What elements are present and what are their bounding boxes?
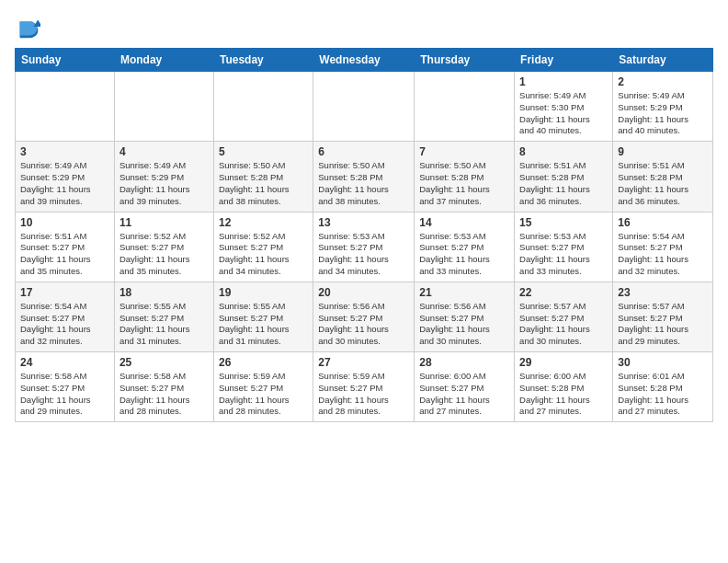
calendar-cell: 20Sunrise: 5:56 AM Sunset: 5:27 PM Dayli…: [313, 282, 415, 351]
calendar-cell: 19Sunrise: 5:55 AM Sunset: 5:27 PM Dayli…: [213, 282, 313, 351]
day-number: 16: [618, 216, 708, 229]
calendar-day-header: Monday: [114, 49, 213, 72]
calendar-cell: 27Sunrise: 5:59 AM Sunset: 5:27 PM Dayli…: [313, 352, 415, 422]
calendar-table: SundayMondayTuesdayWednesdayThursdayFrid…: [15, 48, 713, 422]
calendar-week-row: 10Sunrise: 5:51 AM Sunset: 5:27 PM Dayli…: [16, 212, 713, 282]
calendar-cell: 10Sunrise: 5:51 AM Sunset: 5:27 PM Dayli…: [16, 212, 115, 282]
day-info: Sunrise: 5:56 AM Sunset: 5:27 PM Dayligh…: [419, 301, 509, 348]
day-info: Sunrise: 5:57 AM Sunset: 5:27 PM Dayligh…: [618, 301, 708, 348]
calendar-day-header: Saturday: [613, 49, 713, 72]
calendar-cell: 15Sunrise: 5:53 AM Sunset: 5:27 PM Dayli…: [515, 212, 613, 282]
day-number: 25: [119, 356, 209, 369]
day-number: 21: [419, 286, 509, 299]
calendar-cell: 18Sunrise: 5:55 AM Sunset: 5:27 PM Dayli…: [114, 282, 213, 351]
logo-icon: [15, 15, 40, 40]
calendar-cell: 24Sunrise: 5:58 AM Sunset: 5:27 PM Dayli…: [16, 352, 115, 422]
day-number: 4: [119, 145, 209, 158]
day-info: Sunrise: 5:57 AM Sunset: 5:27 PM Dayligh…: [519, 301, 608, 348]
calendar-cell: 21Sunrise: 5:56 AM Sunset: 5:27 PM Dayli…: [415, 282, 515, 351]
logo: [15, 15, 44, 40]
day-info: Sunrise: 5:50 AM Sunset: 5:28 PM Dayligh…: [419, 160, 509, 207]
day-info: Sunrise: 5:59 AM Sunset: 5:27 PM Dayligh…: [219, 371, 308, 418]
day-info: Sunrise: 5:51 AM Sunset: 5:28 PM Dayligh…: [519, 160, 608, 207]
day-number: 9: [618, 145, 708, 158]
day-info: Sunrise: 5:49 AM Sunset: 5:29 PM Dayligh…: [20, 160, 109, 207]
calendar-cell: 9Sunrise: 5:51 AM Sunset: 5:28 PM Daylig…: [613, 142, 713, 212]
calendar-cell: 13Sunrise: 5:53 AM Sunset: 5:27 PM Dayli…: [313, 212, 415, 282]
day-number: 29: [519, 356, 608, 369]
day-number: 14: [419, 216, 509, 229]
calendar-day-header: Tuesday: [213, 49, 313, 72]
day-number: 2: [618, 75, 708, 88]
calendar-cell: 5Sunrise: 5:50 AM Sunset: 5:28 PM Daylig…: [213, 142, 313, 212]
calendar-cell: 26Sunrise: 5:59 AM Sunset: 5:27 PM Dayli…: [213, 352, 313, 422]
day-info: Sunrise: 5:58 AM Sunset: 5:27 PM Dayligh…: [119, 371, 209, 418]
calendar-cell: 11Sunrise: 5:52 AM Sunset: 5:27 PM Dayli…: [114, 212, 213, 282]
calendar-day-header: Wednesday: [313, 49, 415, 72]
calendar-cell: 25Sunrise: 5:58 AM Sunset: 5:27 PM Dayli…: [114, 352, 213, 422]
day-info: Sunrise: 5:51 AM Sunset: 5:28 PM Dayligh…: [618, 160, 708, 207]
day-info: Sunrise: 5:53 AM Sunset: 5:27 PM Dayligh…: [419, 231, 509, 278]
calendar-cell: [313, 72, 415, 142]
calendar-day-header: Thursday: [415, 49, 515, 72]
calendar-cell: 16Sunrise: 5:54 AM Sunset: 5:27 PM Dayli…: [613, 212, 713, 282]
calendar-week-row: 3Sunrise: 5:49 AM Sunset: 5:29 PM Daylig…: [16, 142, 713, 212]
calendar-cell: [114, 72, 213, 142]
calendar-cell: 6Sunrise: 5:50 AM Sunset: 5:28 PM Daylig…: [313, 142, 415, 212]
day-number: 7: [419, 145, 509, 158]
calendar-cell: 28Sunrise: 6:00 AM Sunset: 5:27 PM Dayli…: [415, 352, 515, 422]
calendar-cell: [16, 72, 115, 142]
day-number: 8: [519, 145, 608, 158]
day-number: 17: [20, 286, 109, 299]
calendar-cell: 7Sunrise: 5:50 AM Sunset: 5:28 PM Daylig…: [415, 142, 515, 212]
day-number: 30: [618, 356, 708, 369]
calendar-day-header: Sunday: [16, 49, 115, 72]
calendar-cell: [415, 72, 515, 142]
calendar-cell: 12Sunrise: 5:52 AM Sunset: 5:27 PM Dayli…: [213, 212, 313, 282]
calendar-week-row: 17Sunrise: 5:54 AM Sunset: 5:27 PM Dayli…: [16, 282, 713, 351]
day-number: 28: [419, 356, 509, 369]
day-info: Sunrise: 5:50 AM Sunset: 5:28 PM Dayligh…: [318, 160, 409, 207]
day-number: 1: [519, 75, 608, 88]
day-info: Sunrise: 5:53 AM Sunset: 5:27 PM Dayligh…: [318, 231, 409, 278]
day-info: Sunrise: 5:56 AM Sunset: 5:27 PM Dayligh…: [318, 301, 409, 348]
day-info: Sunrise: 5:54 AM Sunset: 5:27 PM Dayligh…: [618, 231, 708, 278]
day-number: 13: [318, 216, 409, 229]
day-info: Sunrise: 5:58 AM Sunset: 5:27 PM Dayligh…: [20, 371, 109, 418]
day-number: 10: [20, 216, 109, 229]
calendar-week-row: 24Sunrise: 5:58 AM Sunset: 5:27 PM Dayli…: [16, 352, 713, 422]
calendar-cell: 8Sunrise: 5:51 AM Sunset: 5:28 PM Daylig…: [515, 142, 613, 212]
page-header: [15, 15, 713, 40]
day-number: 27: [318, 356, 409, 369]
day-number: 19: [219, 286, 308, 299]
day-info: Sunrise: 5:54 AM Sunset: 5:27 PM Dayligh…: [20, 301, 109, 348]
calendar-cell: 2Sunrise: 5:49 AM Sunset: 5:29 PM Daylig…: [613, 72, 713, 142]
calendar-cell: 3Sunrise: 5:49 AM Sunset: 5:29 PM Daylig…: [16, 142, 115, 212]
day-number: 22: [519, 286, 608, 299]
day-info: Sunrise: 5:53 AM Sunset: 5:27 PM Dayligh…: [519, 231, 608, 278]
day-info: Sunrise: 5:55 AM Sunset: 5:27 PM Dayligh…: [119, 301, 209, 348]
calendar-header: SundayMondayTuesdayWednesdayThursdayFrid…: [16, 49, 713, 72]
day-number: 26: [219, 356, 308, 369]
day-number: 6: [318, 145, 409, 158]
day-info: Sunrise: 5:49 AM Sunset: 5:30 PM Dayligh…: [519, 90, 608, 137]
day-number: 3: [20, 145, 109, 158]
day-number: 5: [219, 145, 308, 158]
calendar-cell: 22Sunrise: 5:57 AM Sunset: 5:27 PM Dayli…: [515, 282, 613, 351]
day-info: Sunrise: 5:52 AM Sunset: 5:27 PM Dayligh…: [219, 231, 308, 278]
calendar-cell: 17Sunrise: 5:54 AM Sunset: 5:27 PM Dayli…: [16, 282, 115, 351]
day-info: Sunrise: 5:55 AM Sunset: 5:27 PM Dayligh…: [219, 301, 308, 348]
calendar-week-row: 1Sunrise: 5:49 AM Sunset: 5:30 PM Daylig…: [16, 72, 713, 142]
day-info: Sunrise: 6:00 AM Sunset: 5:27 PM Dayligh…: [419, 371, 509, 418]
calendar-day-header: Friday: [515, 49, 613, 72]
day-info: Sunrise: 5:59 AM Sunset: 5:27 PM Dayligh…: [318, 371, 409, 418]
day-number: 12: [219, 216, 308, 229]
day-number: 24: [20, 356, 109, 369]
calendar-cell: 14Sunrise: 5:53 AM Sunset: 5:27 PM Dayli…: [415, 212, 515, 282]
day-info: Sunrise: 5:49 AM Sunset: 5:29 PM Dayligh…: [618, 90, 708, 137]
calendar-cell: 1Sunrise: 5:49 AM Sunset: 5:30 PM Daylig…: [515, 72, 613, 142]
day-info: Sunrise: 5:49 AM Sunset: 5:29 PM Dayligh…: [119, 160, 209, 207]
day-number: 20: [318, 286, 409, 299]
day-number: 23: [618, 286, 708, 299]
day-info: Sunrise: 6:01 AM Sunset: 5:28 PM Dayligh…: [618, 371, 708, 418]
